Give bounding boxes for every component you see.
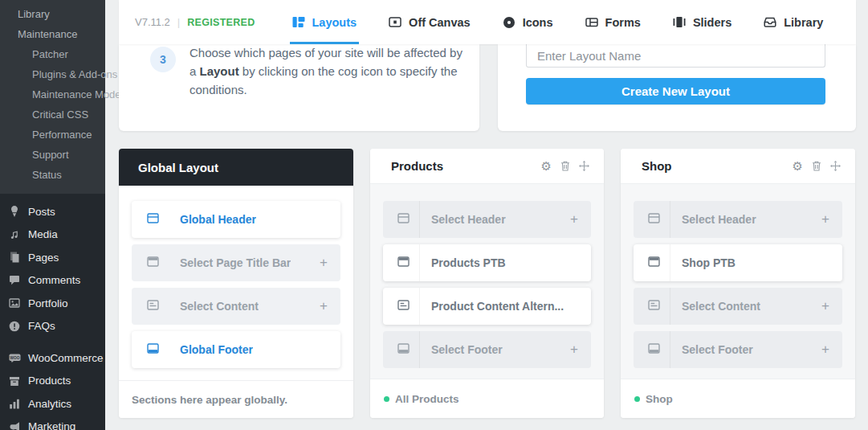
add-section-icon[interactable]: + xyxy=(320,255,328,271)
sidebar-item-pages[interactable]: Pages xyxy=(0,246,105,269)
section-row-select-header[interactable]: Select Header + xyxy=(383,201,591,238)
section-row-label: Global Header xyxy=(180,213,256,226)
section-row-product-content[interactable]: Product Content Altern... xyxy=(383,288,591,325)
sidebar-item-label: Products xyxy=(28,375,71,387)
add-section-icon[interactable]: + xyxy=(821,342,829,358)
card-footer-text: All Products xyxy=(395,393,459,405)
sidebar-item-media[interactable]: Media xyxy=(0,223,105,247)
tab-off-canvas[interactable]: Off Canvas xyxy=(389,0,471,44)
section-row-products-ptb[interactable]: Products PTB xyxy=(383,244,591,281)
card-title: Products xyxy=(391,159,443,173)
header-section-icon xyxy=(146,211,160,227)
sidebar-item-woocommerce[interactable]: WOO WooCommerce xyxy=(0,346,105,370)
products-box-icon xyxy=(7,375,22,387)
add-section-icon[interactable]: + xyxy=(821,211,829,227)
section-row-label: Select Header xyxy=(682,213,756,226)
section-row-select-header[interactable]: Select Header + xyxy=(634,201,842,238)
page-title-bar-icon xyxy=(647,255,661,271)
faq-icon xyxy=(7,321,22,332)
sidebar-item-library[interactable]: Library xyxy=(0,4,105,24)
section-row-label: Select Page Title Bar xyxy=(180,256,291,269)
add-section-icon[interactable]: + xyxy=(320,298,328,314)
sidebar-item-label: Media xyxy=(28,228,58,240)
global-layout-card-footer: Sections here appear globally. xyxy=(119,380,353,418)
tab-label: Forms xyxy=(605,16,641,29)
move-icon[interactable] xyxy=(830,161,841,171)
wp-admin-menu: Posts Media Pages Comments Portfolio FAQ… xyxy=(0,194,105,430)
section-row-page-title-bar[interactable]: Select Page Title Bar + xyxy=(132,244,340,281)
section-row-select-content[interactable]: Select Content + xyxy=(634,288,842,325)
tab-sliders[interactable]: Sliders xyxy=(673,0,731,44)
tab-label: Library xyxy=(784,16,823,29)
tab-icons[interactable]: Icons xyxy=(503,0,553,44)
card-footer-text: Sections here appear globally. xyxy=(132,394,287,406)
sidebar-item-portfolio[interactable]: Portfolio xyxy=(0,292,105,315)
add-section-icon[interactable]: + xyxy=(821,298,829,314)
section-row-label: Select Content xyxy=(682,300,760,313)
tab-label: Sliders xyxy=(693,16,731,29)
tab-label: Layouts xyxy=(312,16,357,29)
comment-icon xyxy=(7,275,22,286)
sidebar-item-support[interactable]: Support xyxy=(0,145,105,165)
sidebar-item-performance[interactable]: Performance xyxy=(0,125,105,145)
add-section-icon[interactable]: + xyxy=(570,342,578,358)
analytics-icon xyxy=(7,398,22,409)
section-row-select-footer[interactable]: Select Footer + xyxy=(383,331,591,368)
avada-submenu: Library Maintenance Patcher Plugins & Ad… xyxy=(0,0,105,194)
step-number-badge: 3 xyxy=(150,47,176,72)
sidebar-item-posts[interactable]: Posts xyxy=(0,200,105,223)
content-section-icon xyxy=(146,298,160,314)
sidebar-item-products[interactable]: Products xyxy=(0,370,105,393)
sidebar-item-faqs[interactable]: FAQs xyxy=(0,315,105,338)
section-row-label: Shop PTB xyxy=(682,256,736,269)
media-icon xyxy=(7,229,22,240)
portfolio-icon xyxy=(7,297,22,309)
global-layout-card-header: Global Layout xyxy=(119,149,353,186)
header-section-icon xyxy=(397,211,410,227)
builder-topbar: V7.11.2 | REGISTERED Layouts Off Canvas … xyxy=(119,0,856,44)
shop-card-footer: Shop xyxy=(621,379,855,418)
section-row-select-footer[interactable]: Select Footer + xyxy=(634,331,842,368)
section-row-content[interactable]: Select Content + xyxy=(132,288,340,325)
sidebar-item-maintenance[interactable]: Maintenance xyxy=(0,24,105,44)
gear-icon[interactable]: ⚙ xyxy=(793,160,803,172)
tab-forms[interactable]: Forms xyxy=(585,0,641,44)
add-section-icon[interactable]: + xyxy=(570,211,578,227)
section-row-shop-ptb[interactable]: Shop PTB xyxy=(634,244,842,281)
sidebar-item-analytics[interactable]: Analytics xyxy=(0,392,105,416)
sidebar-item-label: Portfolio xyxy=(28,297,68,309)
tab-layouts[interactable]: Layouts xyxy=(292,0,357,44)
sidebar-item-critical-css[interactable]: Critical CSS xyxy=(0,104,105,125)
tab-library[interactable]: Library xyxy=(764,0,823,44)
trash-icon[interactable] xyxy=(560,161,570,171)
section-row-label: Select Header xyxy=(431,213,506,226)
section-row-label: Select Footer xyxy=(682,343,753,356)
forms-icon xyxy=(585,16,598,28)
section-row-label: Global Footer xyxy=(180,343,253,356)
layout-sections: Global Header Select Page Title Bar + Se… xyxy=(119,186,353,368)
section-row-global-header[interactable]: Global Header xyxy=(132,201,340,238)
create-new-layout-button[interactable]: Create New Layout xyxy=(526,78,825,104)
gear-icon[interactable]: ⚙ xyxy=(541,160,552,172)
layout-name-input[interactable] xyxy=(526,44,825,68)
sidebar-item-maintenance-mode[interactable]: Maintenance Mode xyxy=(0,84,105,104)
sidebar-item-comments[interactable]: Comments xyxy=(0,269,105,293)
wp-admin-sidebar: Library Maintenance Patcher Plugins & Ad… xyxy=(0,0,105,430)
layout-sections: Select Header + Shop PTB Select Content … xyxy=(621,184,855,368)
library-icon xyxy=(764,16,776,28)
sidebar-item-plugins-addons[interactable]: Plugins & Add-ons xyxy=(0,64,105,84)
megaphone-icon xyxy=(7,421,22,430)
sidebar-item-label: Pages xyxy=(28,252,59,264)
products-card-footer: All Products xyxy=(370,379,604,418)
sidebar-item-status[interactable]: Status xyxy=(0,165,105,185)
products-layout-card: Products ⚙ Select Header + Products PTB … xyxy=(370,149,604,418)
trash-icon[interactable] xyxy=(812,161,821,171)
section-row-global-footer[interactable]: Global Footer xyxy=(132,331,340,368)
section-row-label: Products PTB xyxy=(431,256,506,269)
section-row-label: Select Content xyxy=(180,300,259,313)
shop-card-header: Shop ⚙ xyxy=(621,149,855,184)
instruction-card: 3 Choose which pages of your site will b… xyxy=(119,44,479,131)
move-icon[interactable] xyxy=(579,161,589,171)
sidebar-item-patcher[interactable]: Patcher xyxy=(0,44,105,64)
sidebar-item-marketing[interactable]: Marketing xyxy=(0,416,105,430)
